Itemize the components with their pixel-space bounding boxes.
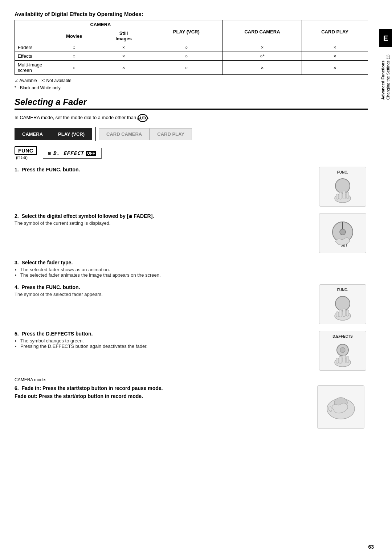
legend1: ○: Available ×: Not available	[15, 78, 368, 84]
press-deffects-illustration	[326, 340, 359, 367]
svg-rect-12	[339, 310, 342, 317]
svg-rect-22	[336, 358, 339, 363]
press-func-2-illustration	[326, 293, 359, 321]
svg-point-17	[340, 347, 345, 353]
fade-illustration	[321, 389, 361, 425]
svg-rect-3	[343, 191, 346, 199]
sidebar-text-changing: Changing the Settings (1)	[386, 54, 391, 100]
step-1-heading: 1. Press the FUNC. button.	[15, 167, 310, 172]
svg-rect-13	[343, 309, 346, 317]
off-badge: OFF	[86, 151, 96, 156]
svg-rect-20	[343, 355, 346, 363]
effect-label: D. EFFECT	[53, 150, 84, 156]
multi-card-play: ×	[302, 61, 368, 75]
step-4-main: 4. Press the FUNC. button. The symbol of…	[15, 284, 317, 297]
movies-subheader: Movies	[51, 29, 97, 43]
card-play-mode-button[interactable]: CARD PLAY	[150, 128, 192, 140]
still-subheader: StillImages	[97, 29, 150, 43]
fader-title: Selecting a Fader	[15, 97, 368, 110]
svg-rect-4	[346, 192, 349, 199]
step-2-heading: 2. Select the digital effect symbol foll…	[15, 213, 310, 219]
effects-card-camera: ○*	[222, 52, 302, 61]
svg-point-7	[340, 229, 346, 235]
multi-movies: ○	[51, 61, 97, 75]
step-2-sub: The symbol of the current setting is dis…	[15, 220, 310, 226]
table-section: Availability of Digital Effects by Opera…	[15, 11, 368, 90]
availability-table: CAMERA PLAY (VCR) CARD CAMERA CARD PLAY …	[15, 20, 368, 75]
step-4-row: 4. Press the FUNC. button. The symbol of…	[15, 284, 368, 324]
row-label-effects: Effects	[15, 52, 51, 61]
step-2-main: 2. Select the digital effect symbol foll…	[15, 213, 317, 226]
step-5-sub: The symbol changes to green. Pressing th…	[15, 338, 310, 349]
step-4-heading: 4. Press the FUNC. button.	[15, 284, 310, 290]
camera-mode-note: CAMERA mode:	[15, 377, 368, 382]
effects-movies: ○	[51, 52, 97, 61]
step-6-image	[317, 385, 368, 429]
step-5-image: D.EFFECTS	[317, 331, 368, 371]
multi-card-camera: ×	[222, 61, 302, 75]
step-3-sub: The selected fader shows as an animation…	[15, 267, 361, 278]
chapter-label: E	[379, 29, 392, 47]
row-label-multiimage: Multi-imagescreen	[15, 61, 51, 75]
table-row: Faders ○ × ○ × ×	[15, 43, 368, 52]
right-sidebar: E Advanced Functions Changing the Settin…	[379, 0, 392, 557]
step-5-row: 5. Press the D.EFFECTS button. The symbo…	[15, 331, 368, 371]
faders-still: ×	[97, 43, 150, 52]
faders-movies: ○	[51, 43, 97, 52]
faders-card-camera: ×	[222, 43, 302, 52]
camera-mode-button[interactable]: CAMERA	[15, 128, 50, 140]
step-6-heading2: Fade out: Press the start/stop button in…	[15, 393, 310, 399]
step-1-image: FUNC.	[317, 167, 368, 207]
func-label-top-2: FUNC.	[337, 288, 348, 292]
mode-separator	[95, 127, 96, 141]
card-play-header: CARD PLAY	[302, 20, 368, 43]
step-1-main: 1. Press the FUNC. button.	[15, 167, 317, 174]
func-badge: FUNC	[15, 146, 37, 155]
camera-header: CAMERA	[51, 20, 150, 29]
fader-intro: In CAMERA mode, set the mode dial to a m…	[15, 114, 368, 122]
step-4-sub: The symbol of the selected fader appears…	[15, 292, 310, 297]
step-3-row: 3. Select the fader type. The selected f…	[15, 260, 368, 278]
svg-rect-15	[336, 312, 339, 317]
step-6-text: 6. Fade in: Press the start/stop button …	[15, 385, 317, 401]
step-2-row: 2. Select the digital effect symbol foll…	[15, 213, 368, 253]
play-vcr-header: PLAY (VCR)	[150, 20, 222, 43]
svg-point-0	[335, 179, 350, 193]
svg-rect-5	[336, 194, 339, 199]
card-camera-header: CARD CAMERA	[222, 20, 302, 43]
effects-play-vcr: ○	[150, 52, 222, 61]
svg-point-10	[335, 296, 350, 311]
step-2-image: SET	[317, 213, 368, 253]
faders-card-play: ×	[302, 43, 368, 52]
effects-still: ×	[97, 52, 150, 61]
table-row: Effects ○ × ○ ○* ×	[15, 52, 368, 61]
section-title: Availability of Digital Effects by Opera…	[15, 11, 368, 17]
play-vcr-mode-button[interactable]: PLAY (VCR)	[50, 128, 92, 140]
deffects-label-top: D.EFFECTS	[332, 334, 353, 338]
func-label-top: FUNC.	[337, 170, 348, 174]
effect-box: ⊞ D. EFFECT OFF	[43, 148, 102, 159]
step-5-main: 5. Press the D.EFFECTS button. The symbo…	[15, 331, 317, 349]
mode-bar: CAMERA PLAY (VCR) CARD CAMERA CARD PLAY	[15, 127, 368, 141]
table-row: Multi-imagescreen ○ × ○ × ×	[15, 61, 368, 75]
multi-still: ×	[97, 61, 150, 75]
sidebar-text: Advanced Functions Changing the Settings…	[380, 54, 391, 100]
row-label-faders: Faders	[15, 43, 51, 52]
step-3-main: 3. Select the fader type. The selected f…	[15, 260, 368, 278]
faders-play-vcr: ○	[150, 43, 222, 52]
effects-card-play: ×	[302, 52, 368, 61]
fader-section: Selecting a Fader In CAMERA mode, set th…	[15, 97, 368, 429]
func-row: FUNC (□ 56) ⊞ D. EFFECT OFF	[15, 146, 368, 160]
sidebar-text-advanced: Advanced Functions	[381, 61, 385, 100]
select-effect-illustration: SET	[324, 217, 361, 249]
card-camera-mode-button[interactable]: CARD CAMERA	[99, 128, 150, 140]
auto-badge: AUTO	[138, 114, 148, 122]
effect-icon: ⊞	[48, 151, 51, 156]
page-number: 63	[368, 544, 374, 550]
legend2: * : Black and White only.	[15, 85, 368, 90]
svg-rect-19	[339, 356, 342, 363]
step-4-image: FUNC.	[317, 284, 368, 324]
func-ref: (□ 56)	[16, 155, 28, 160]
svg-rect-2	[339, 192, 342, 199]
multi-play-vcr: ○	[150, 61, 222, 75]
